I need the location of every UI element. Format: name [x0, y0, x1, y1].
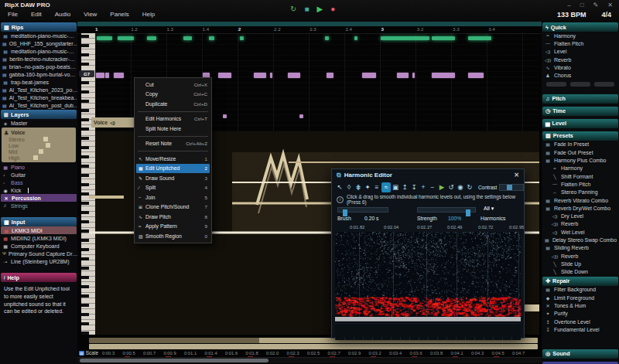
- note-purple[interactable]: [362, 73, 376, 78]
- preset-item[interactable]: ╲Shift Formant: [542, 172, 619, 180]
- quick-item[interactable]: ≈Harmony: [542, 32, 619, 39]
- layer-master[interactable]: ◈ Master: [0, 119, 77, 127]
- rip-item[interactable]: ▤AI_Test_Kitchen_2023_po…: [0, 86, 77, 94]
- harmonic-editor-titlebar[interactable]: ⧉ Harmonic Editor ✕: [332, 169, 524, 181]
- subtract-icon[interactable]: −: [428, 182, 437, 192]
- brush-slider[interactable]: [337, 207, 388, 213]
- rips-section-header[interactable]: ▤ Rips: [1, 22, 77, 32]
- preset-item[interactable]: ▤Sliding Reverb: [542, 244, 619, 252]
- menu-help[interactable]: Help: [142, 11, 155, 18]
- menu-item-cut[interactable]: CutCtrl+X: [135, 80, 211, 90]
- menu-item-clone-pitch-sound[interactable]: ⊞Clone Pitch/Sound7: [135, 202, 211, 213]
- layer-bass[interactable]: ♩Bass: [0, 179, 77, 186]
- contrast-slider[interactable]: [499, 184, 524, 191]
- input-item[interactable]: ΨPrimary Sound Capture Dr…: [0, 250, 77, 257]
- layer-percussion[interactable]: ✕Percussion: [1, 194, 77, 202]
- note-purple[interactable]: [432, 73, 455, 78]
- play-icon[interactable]: ▶: [437, 182, 446, 192]
- preset-item[interactable]: ▤Reverb Dry/Wet Combo: [542, 204, 619, 212]
- rip-item[interactable]: ▤gabba-160-bpm-burial-vo…: [0, 70, 77, 78]
- quick-item[interactable]: ∿Vibrato: [542, 63, 619, 71]
- edit-icon[interactable]: ✎: [593, 2, 599, 9]
- preset-item[interactable]: ╲Slide Up: [542, 260, 619, 267]
- camera-icon[interactable]: ▣: [391, 182, 400, 192]
- harmonics-dropdown[interactable]: All ▾: [484, 206, 494, 212]
- levels-tool-icon[interactable]: ⋕: [354, 182, 363, 192]
- rip-item[interactable]: ▤OS_HHF_155_songstarter…: [0, 39, 77, 47]
- note-purple-small[interactable]: [223, 114, 227, 118]
- rip-item[interactable]: ▤brian--no-pads-pop-beats…: [0, 63, 77, 70]
- rip-item[interactable]: ▤trap-beat-james: [0, 78, 77, 86]
- layers-section-header[interactable]: ⊞ Layers: [1, 110, 77, 119]
- preset-item[interactable]: ▤Fade In Preset: [542, 141, 619, 148]
- rip-item[interactable]: ▤AI_Test_Kitchen_breakbea…: [0, 94, 77, 101]
- time-section-header[interactable]: ◷ Time: [542, 107, 618, 116]
- layer-strings[interactable]: ♬Strings: [0, 202, 77, 209]
- bpm-display[interactable]: 133 BPM: [557, 11, 587, 19]
- note-green[interactable]: [325, 36, 329, 40]
- time-ruler[interactable]: ▨ Scale 0:00.30:00.50:00.70:00.90:01.10:…: [77, 350, 542, 357]
- rip-item[interactable]: ▤meditation-piano-music-…: [0, 32, 77, 39]
- note-purple[interactable]: [288, 73, 300, 78]
- note-green[interactable]: [209, 36, 214, 40]
- menu-edit[interactable]: Edit: [31, 11, 42, 18]
- preset-item[interactable]: ╲Slide Down: [542, 268, 619, 276]
- horizontal-scrollbar[interactable]: [77, 357, 542, 363]
- repair-item[interactable]: ↧Fundamental Level: [542, 325, 619, 333]
- loop-icon[interactable]: ↻: [290, 5, 296, 13]
- layer-voice[interactable]: ♟ Voice: [4, 129, 74, 136]
- record-icon[interactable]: ●: [330, 5, 335, 13]
- repair-item[interactable]: ✦Purify: [542, 310, 619, 318]
- preset-item[interactable]: ↔Stereo Panning: [542, 189, 619, 196]
- menu-item-split[interactable]: ∕Split4: [135, 183, 211, 193]
- menu-item-move-resize[interactable]: ↖Move/Resize1: [135, 154, 211, 164]
- voice-sub-stereo[interactable]: Stereo: [4, 136, 74, 142]
- shift-down-icon[interactable]: ↧: [409, 182, 419, 192]
- note-green[interactable]: [432, 36, 455, 40]
- preset-item[interactable]: ▤Harmony Plus Combo: [542, 156, 619, 164]
- repair-item[interactable]: ◆Limit Foreground: [542, 294, 619, 301]
- eraser-tool-icon[interactable]: ◊: [344, 182, 354, 192]
- menu-item-duplicate[interactable]: DuplicateCtrl+D: [135, 99, 211, 109]
- rip-item[interactable]: ▤berlin-techno-nutcracker-…: [0, 55, 77, 63]
- note-purple[interactable]: [270, 73, 272, 78]
- close-icon[interactable]: ✕: [514, 172, 519, 179]
- voice-region-tag[interactable]: Voice ◁): [91, 117, 136, 128]
- note-green[interactable]: [381, 36, 429, 40]
- scale-toggle[interactable]: ▨ Scale: [79, 350, 98, 355]
- menu-item-draw-sound[interactable]: ✎Draw Sound3: [135, 173, 211, 183]
- close-icon[interactable]: ✕: [607, 2, 613, 9]
- preset-item[interactable]: ◁))Reverb: [542, 252, 619, 260]
- lines-tool-icon[interactable]: ≡: [372, 182, 381, 192]
- note-green[interactable]: [97, 36, 112, 40]
- add-icon[interactable]: +: [419, 182, 428, 192]
- note-purple[interactable]: [468, 73, 484, 78]
- shift-up-icon[interactable]: ↥: [400, 182, 409, 192]
- layer-piano[interactable]: ▦Piano: [0, 163, 77, 171]
- minimize-icon[interactable]: –: [567, 2, 570, 9]
- quick-item[interactable]: ◁)Level: [542, 48, 619, 56]
- note-purple[interactable]: [412, 73, 415, 78]
- loops-section-header[interactable]: ∞ Loops: [542, 362, 618, 364]
- quick-sliders[interactable]: [546, 82, 614, 87]
- note-green[interactable]: [147, 36, 156, 40]
- preset-item[interactable]: ≈Harmony: [542, 165, 619, 172]
- eye-icon[interactable]: ◉: [456, 182, 465, 192]
- quick-item[interactable]: —Flatten Pitch: [542, 39, 619, 47]
- menu-panels[interactable]: Panels: [110, 11, 128, 18]
- pitch-section-header[interactable]: ♫ Pitch: [542, 94, 618, 104]
- preset-item[interactable]: —Flatten Pitch: [542, 180, 619, 188]
- loop-icon[interactable]: ↻: [465, 182, 474, 192]
- note-purple[interactable]: [114, 73, 124, 78]
- smooth-tool-icon[interactable]: ≈: [381, 182, 391, 192]
- input-section-header[interactable]: ▦ Input: [1, 217, 77, 226]
- menu-view[interactable]: View: [84, 11, 97, 18]
- menu-item-apply-pattern[interactable]: ≈Apply Pattern9: [135, 222, 211, 232]
- repair-item[interactable]: ▤Filter Background: [542, 286, 619, 294]
- maximize-icon[interactable]: □: [580, 2, 584, 9]
- repair-item[interactable]: ✕Tones & Hum: [542, 301, 619, 309]
- layer-guitar[interactable]: ♩Guitar: [0, 171, 77, 179]
- repair-section-header[interactable]: ✚ Repair: [542, 277, 618, 286]
- layer-kick[interactable]: ◉Kick: [0, 186, 77, 194]
- quick-item[interactable]: ♟Chorus: [542, 71, 619, 79]
